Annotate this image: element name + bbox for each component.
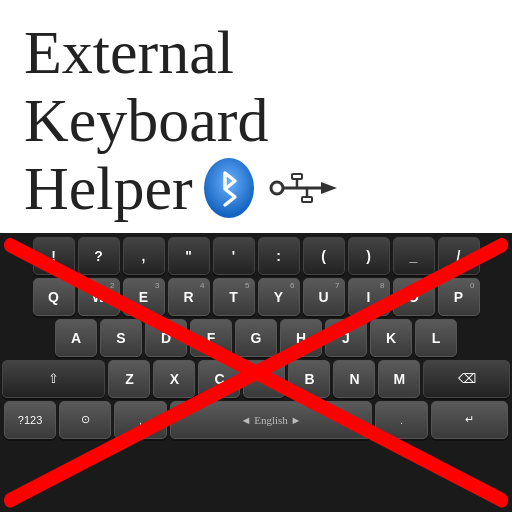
key-shift[interactable]: ⇧ — [2, 360, 105, 398]
svg-rect-7 — [302, 197, 312, 202]
svg-rect-5 — [292, 174, 302, 179]
key-e[interactable]: E3 — [123, 278, 165, 316]
key-sym[interactable]: ?123 — [4, 401, 56, 439]
row3: ⇧ Z X C V B N M ⌫ — [2, 360, 510, 398]
key-w[interactable]: W2 — [78, 278, 120, 316]
key-settings[interactable]: ⊙ — [59, 401, 111, 439]
key-p[interactable]: P0 — [438, 278, 480, 316]
title-area: External Keyboard Helper — [0, 0, 512, 233]
key-apostrophe[interactable]: ' — [213, 237, 255, 275]
key-slash[interactable]: / — [438, 237, 480, 275]
key-r[interactable]: R4 — [168, 278, 210, 316]
key-comma-top[interactable]: , — [123, 237, 165, 275]
sym-label: ?123 — [18, 414, 42, 426]
title-line2: Keyboard — [24, 86, 488, 154]
key-colon[interactable]: : — [258, 237, 300, 275]
key-enter[interactable]: ↵ — [431, 401, 508, 439]
key-underscore[interactable]: _ — [393, 237, 435, 275]
svg-marker-8 — [321, 182, 337, 194]
shift-icon: ⇧ — [48, 371, 59, 386]
key-a[interactable]: A — [55, 319, 97, 357]
comma-bottom-label: , — [139, 414, 142, 426]
title-line3-text: Helper — [24, 154, 193, 222]
key-q[interactable]: Q — [33, 278, 75, 316]
title-line1: External — [24, 18, 488, 86]
key-x[interactable]: X — [153, 360, 195, 398]
special-row: ! ? , " ' : ( ) _ / — [2, 237, 510, 275]
key-g[interactable]: G — [235, 319, 277, 357]
key-i[interactable]: I8 — [348, 278, 390, 316]
svg-point-2 — [271, 182, 283, 194]
key-v[interactable]: V — [243, 360, 285, 398]
key-comma-bottom[interactable]: , — [114, 401, 166, 439]
key-rparen[interactable]: ) — [348, 237, 390, 275]
key-d[interactable]: D — [145, 319, 187, 357]
key-space[interactable]: ◄ English ► — [170, 401, 373, 439]
key-exclaim[interactable]: ! — [33, 237, 75, 275]
space-label: ◄ English ► — [241, 414, 302, 426]
key-n[interactable]: N — [333, 360, 375, 398]
key-k[interactable]: K — [370, 319, 412, 357]
key-h[interactable]: H — [280, 319, 322, 357]
key-m[interactable]: M — [378, 360, 420, 398]
enter-icon: ↵ — [465, 413, 474, 426]
bottom-bar: ?123 ⊙ , ◄ English ► . ↵ — [2, 401, 510, 443]
usb-icon — [269, 170, 339, 206]
key-question[interactable]: ? — [78, 237, 120, 275]
key-s[interactable]: S — [100, 319, 142, 357]
settings-icon: ⊙ — [81, 413, 90, 426]
row2: A S D F G H J K L — [2, 319, 510, 357]
period-label: . — [400, 414, 403, 426]
title-text: External Keyboard Helper — [24, 18, 488, 223]
bluetooth-icon — [203, 157, 255, 219]
key-o[interactable]: O9 — [393, 278, 435, 316]
key-j[interactable]: J — [325, 319, 367, 357]
key-c[interactable]: C — [198, 360, 240, 398]
keyboard-area: ! ? , " ' : ( ) _ / Q W2 E3 R4 T5 Y6 U7 … — [0, 233, 512, 512]
backspace-icon: ⌫ — [458, 371, 476, 386]
app: External Keyboard Helper — [0, 0, 512, 512]
row1: Q W2 E3 R4 T5 Y6 U7 I8 O9 P0 — [2, 278, 510, 316]
key-quote[interactable]: " — [168, 237, 210, 275]
key-backspace[interactable]: ⌫ — [423, 360, 510, 398]
key-f[interactable]: F — [190, 319, 232, 357]
key-z[interactable]: Z — [108, 360, 150, 398]
key-u[interactable]: U7 — [303, 278, 345, 316]
key-l[interactable]: L — [415, 319, 457, 357]
key-period[interactable]: . — [375, 401, 427, 439]
key-b[interactable]: B — [288, 360, 330, 398]
key-lparen[interactable]: ( — [303, 237, 345, 275]
key-t[interactable]: T5 — [213, 278, 255, 316]
key-y[interactable]: Y6 — [258, 278, 300, 316]
